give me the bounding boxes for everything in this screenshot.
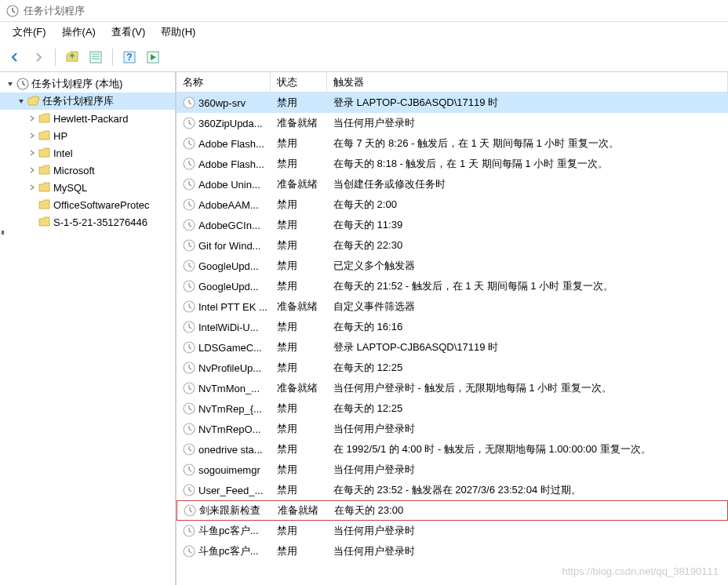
- tree-label: Intel: [53, 147, 73, 159]
- task-clock-icon: [183, 280, 195, 292]
- task-clock-icon: [183, 96, 195, 109]
- task-row[interactable]: AdobeAAM...禁用在每天的 2:00: [177, 194, 728, 215]
- task-name: GoogleUpd...: [198, 281, 259, 292]
- task-clock-icon: [183, 198, 195, 211]
- tree-folder[interactable]: OfficeSoftwareProtec: [0, 196, 175, 213]
- tree-collapse-icon[interactable]: [16, 96, 27, 107]
- folder-icon: [38, 198, 52, 212]
- tree-label: 任务计划程序库: [42, 94, 114, 108]
- tree-folder[interactable]: Intel: [0, 144, 175, 162]
- task-name-cell: IntelWiDi-U...: [177, 321, 271, 333]
- task-clock-icon: [183, 362, 195, 374]
- task-row[interactable]: NvTmRepO...禁用当任何用户登录时: [177, 419, 728, 439]
- task-clock-icon: [183, 525, 195, 537]
- menu-action[interactable]: 操作(A): [54, 23, 104, 42]
- task-name-cell: Adobe Flash...: [177, 137, 271, 150]
- tree-expand-icon[interactable]: [27, 165, 38, 176]
- task-row[interactable]: Adobe Flash...禁用在每天的 8:18 - 触发后，在 1 天 期间…: [177, 154, 728, 174]
- folder-open-icon: [27, 94, 41, 108]
- back-button[interactable]: [5, 47, 25, 67]
- help-button[interactable]: ?: [119, 47, 140, 67]
- tree-folder[interactable]: S-1-5-21-351276446: [0, 213, 175, 231]
- task-name: onedrive sta...: [198, 444, 263, 456]
- task-trigger: 当任何用户登录时: [327, 422, 728, 436]
- task-status: 禁用: [271, 544, 327, 558]
- task-name-cell: onedrive sta...: [177, 443, 271, 456]
- tree-folder[interactable]: MySQL: [0, 179, 175, 196]
- tree-library[interactable]: 任务计划程序库: [0, 93, 175, 110]
- task-row[interactable]: onedrive sta...禁用在 1992/5/1 的 4:00 时 - 触…: [177, 439, 728, 460]
- task-name-cell: 360ZipUpda...: [177, 117, 271, 129]
- tree-folder[interactable]: HP: [0, 127, 175, 144]
- task-clock-icon: [183, 402, 195, 415]
- task-row[interactable]: Intel PTT EK ...准备就绪自定义事件筛选器: [177, 296, 728, 317]
- task-row[interactable]: 360wp-srv禁用登录 LAPTOP-CJB6ASQD\17119 时: [177, 93, 728, 113]
- tree-root[interactable]: 任务计划程序 (本地): [0, 75, 175, 93]
- menu-view[interactable]: 查看(V): [104, 23, 153, 42]
- task-trigger: 在每天的 8:18 - 触发后，在 1 天 期间每隔 1 小时 重复一次。: [327, 157, 728, 171]
- menu-file[interactable]: 文件(F): [5, 23, 54, 42]
- task-name: sogouimemgr: [198, 464, 260, 476]
- task-row[interactable]: 斗鱼pc客户...禁用当任何用户登录时: [177, 521, 728, 541]
- tree-expand-icon[interactable]: [27, 216, 38, 227]
- task-row[interactable]: LDSGameC...禁用登录 LAPTOP-CJB6ASQD\17119 时: [177, 337, 728, 358]
- task-trigger: 当任何用户登录时: [327, 544, 728, 558]
- task-row[interactable]: NvTmMon_...准备就绪当任何用户登录时 - 触发后，无限期地每隔 1 小…: [177, 378, 728, 398]
- task-name-cell: GoogleUpd...: [177, 260, 271, 272]
- task-status: 禁用: [271, 483, 327, 497]
- task-row[interactable]: GoogleUpd...禁用已定义多个触发器: [177, 256, 728, 276]
- column-header-trigger[interactable]: 触发器: [327, 72, 728, 92]
- tree-folder[interactable]: Microsoft: [0, 162, 175, 179]
- task-name: 斗鱼pc客户...: [198, 544, 259, 558]
- task-row[interactable]: Git for Wind...禁用在每天的 22:30: [177, 235, 728, 256]
- run-button[interactable]: [143, 47, 163, 67]
- task-row[interactable]: User_Feed_...禁用在每天的 23:52 - 触发器在 2027/3/…: [177, 480, 728, 500]
- toolbar: ?: [0, 42, 728, 72]
- watermark: https://blog.csdn.net/qq_38190111: [562, 565, 719, 577]
- properties-button[interactable]: [86, 47, 106, 67]
- task-name-cell: Git for Wind...: [177, 239, 271, 252]
- task-trigger: 登录 LAPTOP-CJB6ASQD\17119 时: [327, 340, 728, 354]
- task-row[interactable]: GoogleUpd...禁用在每天的 21:52 - 触发后，在 1 天 期间每…: [177, 276, 728, 296]
- task-row[interactable]: NvTmRep_{...禁用在每天的 12:25: [177, 398, 728, 419]
- menu-help[interactable]: 帮助(H): [153, 23, 203, 42]
- task-name-cell: User_Feed_...: [177, 484, 271, 496]
- task-name: NvTmRep_{...: [198, 403, 262, 415]
- forward-button[interactable]: [28, 47, 49, 67]
- up-button[interactable]: [62, 47, 82, 67]
- tree-folder[interactable]: Hewlett-Packard: [0, 110, 175, 127]
- task-list: 360wp-srv禁用登录 LAPTOP-CJB6ASQD\17119 时360…: [177, 93, 728, 561]
- task-status: 准备就绪: [271, 177, 327, 191]
- task-row[interactable]: 斗鱼pc客户...禁用当任何用户登录时: [177, 541, 728, 561]
- task-status: 禁用: [271, 136, 327, 151]
- task-name-cell: sogouimemgr: [177, 463, 271, 476]
- task-row[interactable]: 360ZipUpda...准备就绪当任何用户登录时: [177, 113, 728, 133]
- task-row[interactable]: Adobe Unin...准备就绪当创建任务或修改任务时: [177, 174, 728, 194]
- tree-expand-icon[interactable]: [27, 199, 38, 210]
- tree-collapse-icon[interactable]: [5, 78, 16, 89]
- task-row[interactable]: IntelWiDi-U...禁用在每天的 16:16: [177, 317, 728, 337]
- task-trigger: 当任何用户登录时 - 触发后，无限期地每隔 1 小时 重复一次。: [327, 381, 728, 395]
- task-row[interactable]: Adobe Flash...禁用在每 7 天的 8:26 - 触发后，在 1 天…: [177, 133, 728, 154]
- tree-expand-icon[interactable]: [27, 182, 38, 193]
- task-row[interactable]: 剑来跟新检查准备就绪在每天的 23:00: [177, 500, 728, 521]
- task-trigger: 在 1992/5/1 的 4:00 时 - 触发后，无限期地每隔 1.00:00…: [327, 442, 728, 456]
- task-row[interactable]: NvProfileUp...禁用在每天的 12:25: [177, 358, 728, 378]
- task-trigger: 在每天的 2:00: [327, 198, 728, 212]
- tree-expand-icon[interactable]: [27, 113, 38, 124]
- task-name: 360wp-srv: [198, 97, 246, 109]
- task-name: NvTmRepO...: [198, 423, 260, 435]
- task-row[interactable]: sogouimemgr禁用当任何用户登录时: [177, 460, 728, 480]
- tree-expand-icon[interactable]: [27, 130, 38, 141]
- task-row[interactable]: AdobeGCIn...禁用在每天的 11:39: [177, 215, 728, 235]
- task-trigger: 在每天的 16:16: [327, 320, 728, 334]
- tree-label: Microsoft: [53, 165, 95, 176]
- column-header-name[interactable]: 名称: [177, 72, 271, 92]
- toolbar-separator: [55, 49, 56, 66]
- tree-label: MySQL: [53, 182, 87, 194]
- column-header-status[interactable]: 状态: [271, 72, 327, 92]
- task-name-cell: 剑来跟新检查: [177, 503, 271, 518]
- task-status: 禁用: [271, 96, 327, 110]
- tree-expand-icon[interactable]: [27, 147, 38, 158]
- task-clock-icon: [183, 545, 195, 558]
